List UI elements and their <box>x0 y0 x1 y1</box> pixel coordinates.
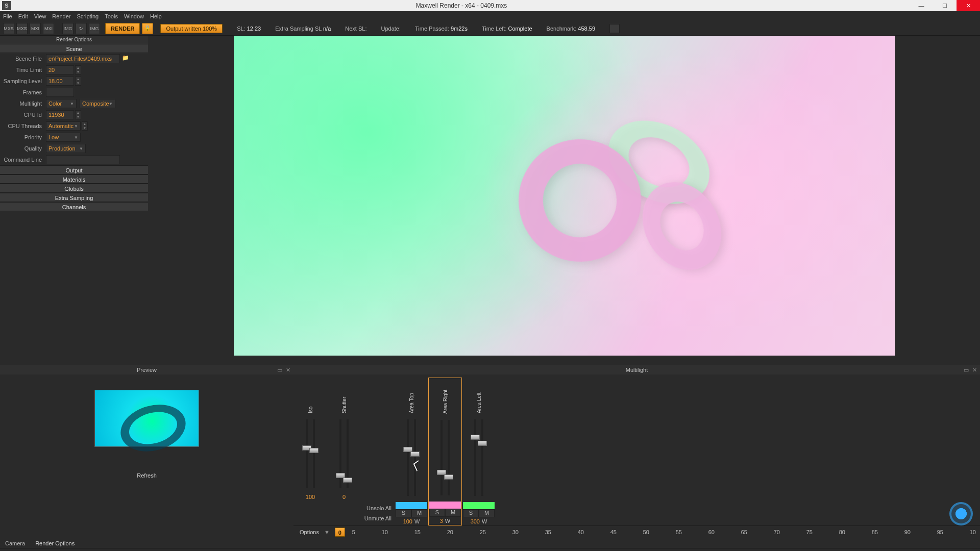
open-mxi-icon[interactable]: MXI <box>30 23 41 34</box>
tab-render-options[interactable]: Render Options <box>35 540 75 546</box>
sampling-label: Sampling Level <box>0 78 46 84</box>
cmd-field[interactable] <box>46 155 120 164</box>
timeline-zero[interactable]: 0 <box>335 528 345 537</box>
scene-file-field[interactable]: er\Project Files\0409.mxs <box>46 54 120 63</box>
time-limit-label: Time Limit <box>0 67 46 73</box>
multilight-label: Multilight <box>0 101 46 107</box>
quality-label: Quality <box>0 145 46 152</box>
stat-left: Time Left: Complete <box>482 26 532 32</box>
section-extra[interactable]: Extra Sampling <box>0 193 148 202</box>
time-limit-field[interactable]: 20 <box>46 65 74 74</box>
stat-next: Next SL: <box>345 26 366 32</box>
menu-render[interactable]: Render <box>52 13 70 19</box>
menu-help[interactable]: Help <box>150 13 162 19</box>
timeline-ticks[interactable]: 510152025303540455055606570758085909510 <box>350 529 980 535</box>
cpu-threads-spinner[interactable]: ▲▼ <box>82 121 88 131</box>
refresh-button[interactable]: Refresh <box>137 472 157 479</box>
preview-thumbnail[interactable] <box>94 390 199 447</box>
unmute-all-button[interactable]: Unmute All <box>364 515 391 523</box>
cmd-label: Command Line <box>0 157 46 163</box>
light-slider-area-right[interactable]: Area Right SM 3W <box>428 378 462 525</box>
brand-logo-icon <box>949 502 973 525</box>
render-button[interactable]: RENDER <box>105 23 140 34</box>
mute-button[interactable]: M <box>479 509 495 517</box>
multilight-select[interactable]: Color <box>46 99 77 108</box>
save-mxs-icon[interactable]: MXS <box>16 23 28 34</box>
preview-panel: Refresh <box>0 374 293 538</box>
export-icon[interactable]: IMG <box>89 23 100 34</box>
status-bar: Ready zoom: 100% RGB: 174,221,191 Pos: 3… <box>0 548 980 551</box>
priority-label: Priority <box>0 134 46 140</box>
render-image <box>234 36 895 356</box>
multilight-mode-select[interactable]: Composite <box>80 99 115 108</box>
save-mxi-icon[interactable]: MXI <box>43 23 54 34</box>
light-color-swatch[interactable] <box>463 502 495 509</box>
close-button[interactable]: ✕ <box>957 0 980 11</box>
quality-select[interactable]: Production <box>46 144 86 153</box>
bottom-tabs: Camera Render Options <box>0 538 980 548</box>
sampling-field[interactable]: 18.00 <box>46 77 74 86</box>
multilight-panel: Iso 100 Shutter 0 Unsolo All Unmute All <box>293 374 980 538</box>
solo-button[interactable]: S <box>429 509 445 517</box>
window-title: Maxwell Render - x64 - 0409.mxs <box>13 2 910 9</box>
viewport[interactable] <box>148 36 980 365</box>
open-mxs-icon[interactable]: MXS <box>3 23 14 34</box>
light-slider-area-top[interactable]: Area Top SM 100W <box>395 378 428 525</box>
section-materials[interactable]: Materials <box>0 174 148 184</box>
menu-file[interactable]: File <box>3 13 12 19</box>
scene-file-label: Scene File <box>0 56 46 62</box>
toolbar: MXS MXS MXI MXI IMG ↻ IMG RENDER 🔒 Outpu… <box>0 21 980 36</box>
mute-button[interactable]: M <box>445 509 461 517</box>
stat-sl: SL: 12.23 <box>237 26 261 32</box>
menu-scripting[interactable]: Scripting <box>77 13 99 19</box>
output-status: Output written 100% <box>160 24 223 33</box>
options-button[interactable]: Options <box>300 529 319 535</box>
section-channels[interactable]: Channels <box>0 202 148 211</box>
light-color-swatch[interactable] <box>429 502 461 509</box>
shutter-slider[interactable]: Shutter 0 <box>327 378 361 525</box>
browse-file-icon[interactable]: 📁 <box>122 55 130 63</box>
undock-icon[interactable]: ▭ <box>963 365 970 372</box>
light-slider-area-left[interactable]: Area Left SM 300W <box>462 378 496 525</box>
tab-camera[interactable]: Camera <box>5 540 25 546</box>
render-lock-icon[interactable]: 🔒 <box>142 23 153 34</box>
flag-icon[interactable] <box>609 24 620 33</box>
save-image-icon[interactable]: IMG <box>62 23 74 34</box>
section-scene[interactable]: Scene <box>0 44 148 53</box>
multilight-header: Multilight ▭✕ <box>293 365 980 374</box>
menu-window[interactable]: Window <box>124 13 144 19</box>
menu-view[interactable]: View <box>34 13 46 19</box>
title-bar: S Maxwell Render - x64 - 0409.mxs — ☐ ✕ <box>0 0 980 11</box>
stat-extra: Extra Sampling SL n/a <box>275 26 331 32</box>
reload-icon[interactable]: ↻ <box>76 23 87 34</box>
cpu-id-label: CPU Id <box>0 112 46 118</box>
sampling-spinner[interactable]: ▲▼ <box>75 77 81 86</box>
undock-icon[interactable]: ▭ <box>276 365 283 372</box>
menu-bar: File Edit View Render Scripting Tools Wi… <box>0 11 980 21</box>
menu-edit[interactable]: Edit <box>18 13 28 19</box>
solo-button[interactable]: S <box>396 509 411 517</box>
cpu-id-spinner[interactable]: ▲▼ <box>75 110 81 119</box>
close-panel-icon[interactable]: ✕ <box>284 365 291 372</box>
iso-slider[interactable]: Iso 100 <box>293 378 327 525</box>
close-panel-icon[interactable]: ✕ <box>971 365 978 372</box>
stat-update: Update: <box>381 26 401 32</box>
priority-select[interactable]: Low <box>46 133 81 142</box>
section-globals[interactable]: Globals <box>0 184 148 193</box>
solo-button[interactable]: S <box>463 509 479 517</box>
mute-button[interactable]: M <box>411 509 427 517</box>
cpu-id-field[interactable]: 11930 <box>46 110 74 119</box>
menu-tools[interactable]: Tools <box>105 13 118 19</box>
time-limit-spinner[interactable]: ▲▼ <box>75 65 81 74</box>
unsolo-all-button[interactable]: Unsolo All <box>366 505 391 513</box>
stat-bench: Benchmark: 458.59 <box>547 26 595 32</box>
frames-field[interactable] <box>46 88 74 97</box>
render-options-panel: Render Options Scene Scene File er\Proje… <box>0 36 148 365</box>
cpu-threads-select[interactable]: Automatic <box>46 121 81 131</box>
panel-title: Render Options <box>0 36 148 44</box>
minimize-button[interactable]: — <box>910 0 933 11</box>
frames-label: Frames <box>0 89 46 95</box>
maximize-button[interactable]: ☐ <box>933 0 957 11</box>
light-color-swatch[interactable] <box>396 502 427 509</box>
section-output[interactable]: Output <box>0 165 148 174</box>
